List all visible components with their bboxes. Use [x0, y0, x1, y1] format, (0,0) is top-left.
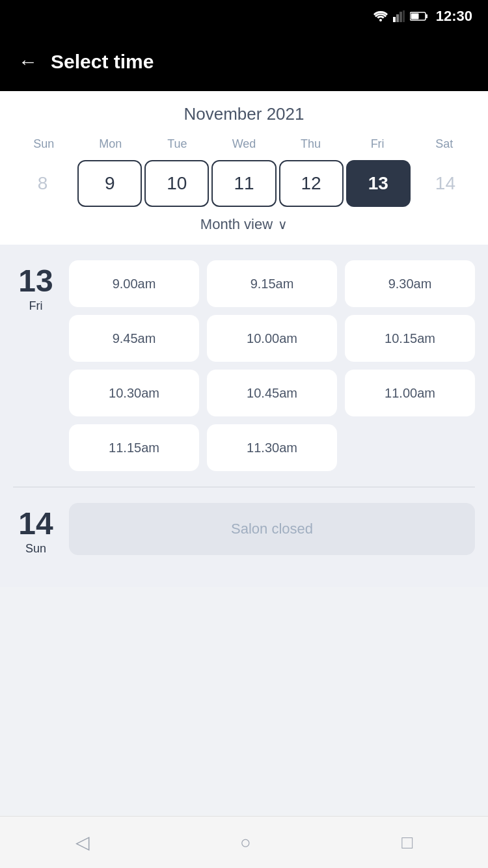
calendar-day-10[interactable]: 10 — [144, 160, 209, 207]
nav-back-button[interactable]: ◁ — [75, 832, 90, 853]
month-view-toggle[interactable]: Month view ∨ — [10, 207, 478, 237]
signal-icon — [393, 10, 405, 22]
time-slot-915[interactable]: 9.15am — [207, 260, 337, 307]
day-label-14: 14 Sun — [13, 503, 59, 556]
day-name-14: Sun — [25, 542, 46, 556]
salon-closed-message: Salon closed — [69, 503, 475, 555]
nav-home-button[interactable]: ○ — [240, 832, 251, 853]
status-icons — [373, 10, 428, 22]
day-name-13: Fri — [29, 299, 43, 313]
svg-rect-0 — [393, 17, 396, 22]
section-divider — [13, 487, 475, 487]
time-slot-1015[interactable]: 10.15am — [345, 315, 475, 362]
time-slot-1100[interactable]: 11.00am — [345, 370, 475, 416]
calendar-day-8[interactable]: 8 — [10, 160, 75, 207]
time-grid-13: 9.00am 9.15am 9.30am 9.45am 10.00am 10.1… — [69, 260, 475, 471]
wifi-icon — [373, 11, 388, 21]
nav-recent-button[interactable]: □ — [401, 832, 413, 853]
time-slot-1030[interactable]: 10.30am — [69, 370, 199, 416]
day-block-13: 13 Fri 9.00am 9.15am 9.30am 9.45am 10.00… — [13, 260, 475, 471]
time-slot-945[interactable]: 9.45am — [69, 315, 199, 362]
day-number-14: 14 — [18, 508, 53, 539]
day-label-13: 13 Fri — [13, 260, 59, 471]
svg-rect-3 — [403, 10, 405, 22]
weekday-mon: Mon — [77, 135, 144, 154]
time-slot-1000[interactable]: 10.00am — [207, 315, 337, 362]
timeslots-section: 13 Fri 9.00am 9.15am 9.30am 9.45am 10.00… — [0, 245, 488, 587]
status-bar: 12:30 — [0, 0, 488, 33]
time-slot-1130[interactable]: 11.30am — [207, 424, 337, 471]
calendar-month: November 2021 — [10, 104, 478, 124]
month-view-label: Month view — [200, 216, 273, 233]
page-title: Select time — [51, 51, 154, 73]
svg-rect-2 — [400, 12, 402, 22]
calendar-day-14[interactable]: 14 — [413, 160, 478, 207]
battery-icon — [410, 11, 428, 21]
status-time: 12:30 — [436, 8, 472, 25]
calendar-day-11[interactable]: 11 — [211, 160, 276, 207]
calendar-section: November 2021 Sun Mon Tue Wed Thu Fri Sa… — [0, 91, 488, 245]
svg-rect-1 — [396, 14, 399, 22]
time-slot-930[interactable]: 9.30am — [345, 260, 475, 307]
weekday-wed: Wed — [211, 135, 278, 154]
day-block-14: 14 Sun Salon closed — [13, 503, 475, 556]
time-slot-1115[interactable]: 11.15am — [69, 424, 199, 471]
weekday-fri: Fri — [344, 135, 411, 154]
app-header: ← Select time — [0, 33, 488, 91]
time-slot-900[interactable]: 9.00am — [69, 260, 199, 307]
weekday-sat: Sat — [411, 135, 478, 154]
nav-bar: ◁ ○ □ — [0, 816, 488, 868]
time-slot-1045[interactable]: 10.45am — [207, 370, 337, 416]
calendar-day-9[interactable]: 9 — [77, 160, 142, 207]
chevron-down-icon: ∨ — [278, 217, 288, 232]
calendar-day-12[interactable]: 12 — [279, 160, 344, 207]
calendar-weekdays: Sun Mon Tue Wed Thu Fri Sat — [10, 135, 478, 154]
back-button[interactable]: ← — [18, 51, 38, 73]
calendar-days: 8 9 10 11 12 13 14 — [10, 160, 478, 207]
svg-rect-6 — [411, 14, 418, 20]
weekday-sun: Sun — [10, 135, 77, 154]
weekday-thu: Thu — [277, 135, 344, 154]
weekday-tue: Tue — [144, 135, 211, 154]
svg-rect-5 — [426, 14, 427, 18]
calendar-day-13[interactable]: 13 — [346, 160, 411, 207]
day-number-13: 13 — [18, 265, 53, 297]
